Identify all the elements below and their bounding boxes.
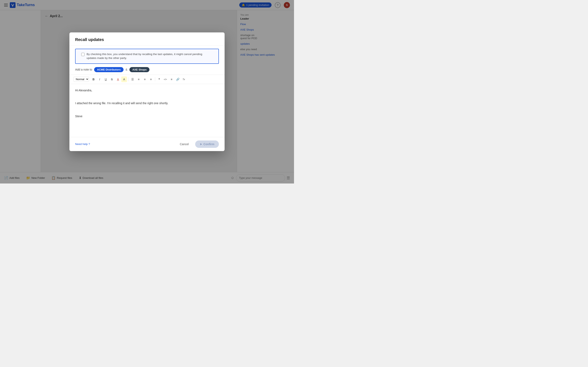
note-header: Add a note to ACME Distributors & AXE Sh… — [69, 67, 225, 75]
cancel-button[interactable]: Cancel — [177, 141, 192, 147]
editor-line-2 — [75, 95, 219, 100]
modal-header: Recall updates — [69, 33, 225, 45]
confirm-button[interactable]: ➤ Confirm — [195, 141, 219, 148]
editor-line-3: I attached the wrong file. I'm recalling… — [75, 101, 219, 106]
ordered-list-button[interactable]: ≡ — [136, 76, 141, 82]
recipient2-badge[interactable]: AXE Shops — [130, 67, 149, 72]
blockquote-button[interactable]: ❝ — [156, 76, 162, 82]
note-header-label: Add a note to — [75, 68, 92, 71]
modal-title: Recall updates — [75, 37, 219, 42]
clear-format-button[interactable]: Tx — [181, 76, 187, 82]
editor-toolbar: Normal B I U S A A ☰ ≡ ≡ ≡ ❝ </> ≡ 🔗 Tx — [69, 75, 225, 84]
editor-line-4 — [75, 108, 219, 112]
toolbar-divider-2 — [155, 77, 155, 81]
ampersand: & — [126, 68, 127, 71]
checkbox-row: By checking this box, you understand tha… — [75, 49, 219, 64]
help-link[interactable]: Need help ? — [75, 142, 90, 146]
strikethrough-button[interactable]: S — [109, 76, 115, 82]
toolbar-divider-1 — [128, 77, 129, 81]
align-left-button[interactable]: ≡ — [142, 76, 148, 82]
editor-line-1: Hi Alexandra, — [75, 88, 219, 93]
align-right-button[interactable]: ≡ — [148, 76, 154, 82]
footer-buttons: Cancel ➤ Confirm — [177, 141, 219, 148]
link-button[interactable]: 🔗 — [175, 76, 181, 82]
bold-button[interactable]: B — [91, 76, 96, 82]
modal-body: By checking this box, you understand tha… — [69, 45, 225, 137]
bullet-list-button[interactable]: ☰ — [130, 76, 135, 82]
editor-line-5: Steve — [75, 114, 219, 119]
editor-content[interactable]: Hi Alexandra, I attached the wrong file.… — [69, 84, 225, 137]
modal-overlay: Recall updates By checking this box, you… — [0, 0, 294, 184]
confirm-label: Confirm — [203, 142, 214, 146]
font-color-button[interactable]: A — [115, 76, 121, 82]
checkbox-label: By checking this box, you understand tha… — [86, 52, 213, 60]
send-icon: ➤ — [200, 142, 202, 146]
italic-button[interactable]: I — [97, 76, 103, 82]
code-button[interactable]: </> — [163, 76, 168, 82]
understand-checkbox[interactable] — [81, 53, 85, 56]
highlight-button[interactable]: A — [121, 76, 127, 82]
modal-footer: Need help ? Cancel ➤ Confirm — [69, 137, 225, 151]
recipient1-badge[interactable]: ACME Distributors — [94, 67, 123, 72]
style-select[interactable]: Normal — [73, 77, 89, 82]
recall-updates-modal: Recall updates By checking this box, you… — [69, 33, 225, 151]
underline-button[interactable]: U — [103, 76, 109, 82]
align-center-button[interactable]: ≡ — [169, 76, 174, 82]
